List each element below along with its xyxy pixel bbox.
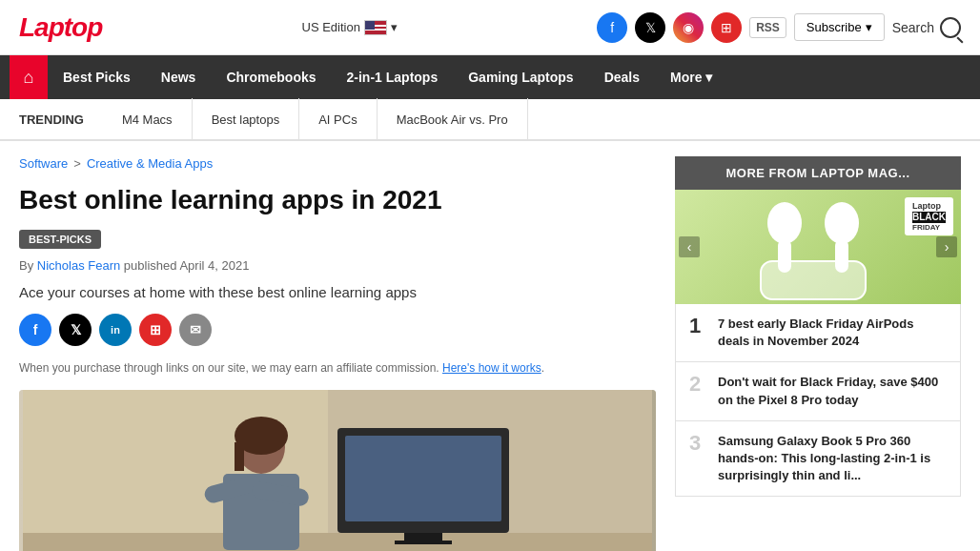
main-content: Software > Creative & Media Apps Best on…	[19, 156, 656, 551]
nav-chromebooks[interactable]: Chromebooks	[211, 55, 331, 99]
sidebar-article-list: 1 7 best early Black Friday AirPods deal…	[675, 304, 961, 497]
search-area[interactable]: Search	[892, 17, 961, 38]
breadcrumb: Software > Creative & Media Apps	[19, 156, 656, 171]
item-number-3: 3	[689, 433, 708, 454]
nav-2in1[interactable]: 2-in-1 Laptops	[332, 55, 454, 99]
share-linkedin-button[interactable]: in	[99, 314, 132, 346]
affiliate-text: When you purchase through links on our s…	[19, 361, 439, 375]
svg-point-15	[825, 202, 859, 244]
flag-canton	[365, 21, 375, 30]
article-featured-image	[19, 390, 656, 551]
svg-rect-9	[235, 442, 244, 471]
byline: By Nicholas Fearn published April 4, 202…	[19, 258, 656, 273]
sidebar-featured-image[interactable]: Laptop BLACK FRIDAY ‹ ›	[675, 190, 961, 304]
edition-chevron: ▾	[391, 20, 398, 34]
article-title: Best online learning apps in 2021	[19, 184, 656, 216]
trending-ai-pcs[interactable]: AI PCs	[299, 98, 377, 140]
header-center: US Edition ▾	[302, 20, 398, 35]
subscribe-chevron: ▾	[866, 20, 872, 34]
subscribe-button[interactable]: Subscribe ▾	[794, 13, 885, 41]
item-number-2: 2	[689, 374, 708, 395]
sidebar-next-button[interactable]: ›	[936, 236, 957, 257]
article-date: April 4, 2021	[179, 258, 249, 273]
svg-rect-4	[345, 436, 501, 521]
sidebar-header: MORE FROM LAPTOP MAG...	[675, 156, 961, 190]
more-chevron: ▾	[705, 70, 712, 85]
twitter-header-icon[interactable]: 𝕏	[635, 12, 665, 43]
author-link[interactable]: Nicholas Fearn	[37, 258, 120, 273]
site-logo[interactable]: Laptop	[19, 12, 102, 43]
badge-laptop: Laptop	[912, 201, 941, 211]
svg-rect-17	[761, 261, 866, 299]
item-number-1: 1	[689, 316, 708, 337]
main-nav: ⌂ Best Picks News Chromebooks 2-in-1 Lap…	[0, 55, 980, 99]
share-twitter-button[interactable]: 𝕏	[59, 314, 92, 346]
instagram-header-icon[interactable]: ◉	[673, 12, 704, 43]
article-description: Ace your courses at home with these best…	[19, 284, 656, 300]
nav-deals[interactable]: Deals	[589, 55, 655, 99]
breadcrumb-creative-media[interactable]: Creative & Media Apps	[87, 156, 213, 171]
trending-macbook-air[interactable]: MacBook Air vs. Pro	[378, 98, 528, 140]
badge-friday: FRIDAY	[912, 223, 946, 233]
share-facebook-button[interactable]: f	[19, 314, 51, 346]
sidebar-prev-button[interactable]: ‹	[679, 236, 700, 257]
breadcrumb-software[interactable]: Software	[19, 156, 68, 171]
content-wrapper: Software > Creative & Media Apps Best on…	[0, 141, 980, 551]
badge-black: BLACK	[912, 212, 946, 223]
social-share-bar: f 𝕏 in ⊞ ✉	[19, 314, 656, 346]
flipboard-header-icon[interactable]: ⊞	[711, 12, 742, 43]
top-header: Laptop US Edition ▾ f 𝕏 ◉ ⊞ RSS Subscrib…	[0, 0, 980, 55]
item-title-3: Samsung Galaxy Book 5 Pro 360 hands-on: …	[718, 433, 947, 485]
affiliate-link[interactable]: Here's how it works	[442, 361, 541, 375]
svg-rect-2	[23, 533, 652, 551]
nav-gaming[interactable]: Gaming Laptops	[453, 55, 588, 99]
published-label: published	[124, 258, 177, 273]
search-icon	[940, 17, 961, 38]
affiliate-notice: When you purchase through links on our s…	[19, 359, 656, 377]
trending-best-laptops[interactable]: Best laptops	[193, 98, 300, 140]
header-social-area: f 𝕏 ◉ ⊞ RSS Subscribe ▾ Search	[597, 12, 961, 43]
edition-selector[interactable]: US Edition ▾	[302, 20, 398, 35]
by-label: By	[19, 258, 33, 273]
sidebar-list-item-1[interactable]: 1 7 best early Black Friday AirPods deal…	[676, 304, 960, 362]
sidebar-list-item-2[interactable]: 2 Don't wait for Black Friday, save $400…	[676, 362, 960, 420]
share-flipboard-button[interactable]: ⊞	[139, 314, 172, 346]
flag-icon	[364, 20, 387, 35]
share-email-button[interactable]: ✉	[179, 314, 212, 346]
trending-m4macs[interactable]: M4 Macs	[103, 98, 193, 140]
nav-more[interactable]: More ▾	[655, 55, 727, 99]
search-label: Search	[892, 20, 934, 35]
svg-rect-6	[395, 541, 452, 544]
nav-best-picks[interactable]: Best Picks	[48, 55, 146, 99]
airpods-illustration: Laptop BLACK FRIDAY ‹ ›	[675, 190, 961, 304]
item-title-1: 7 best early Black Friday AirPods deals …	[718, 316, 947, 350]
trending-bar: TRENDING M4 Macs Best laptops AI PCs Mac…	[0, 99, 980, 141]
trending-label: TRENDING	[19, 112, 84, 127]
rss-label[interactable]: RSS	[749, 17, 786, 38]
airpods-svg	[713, 190, 923, 304]
article-image-svg	[19, 390, 656, 551]
sidebar: MORE FROM LAPTOP MAG... Laptop	[675, 156, 961, 551]
sidebar-list-item-3[interactable]: 3 Samsung Galaxy Book 5 Pro 360 hands-on…	[676, 421, 960, 497]
breadcrumb-separator: >	[73, 156, 81, 171]
nav-home-button[interactable]: ⌂	[10, 55, 48, 99]
facebook-header-icon[interactable]: f	[597, 12, 627, 43]
svg-point-13	[767, 202, 802, 244]
edition-label: US Edition	[302, 20, 360, 34]
subscribe-label: Subscribe	[806, 20, 862, 34]
nav-news[interactable]: News	[146, 55, 212, 99]
best-picks-badge: Best-picks	[19, 230, 101, 249]
item-title-2: Don't wait for Black Friday, save $400 o…	[718, 374, 947, 408]
laptop-badge: Laptop BLACK FRIDAY	[905, 197, 953, 235]
